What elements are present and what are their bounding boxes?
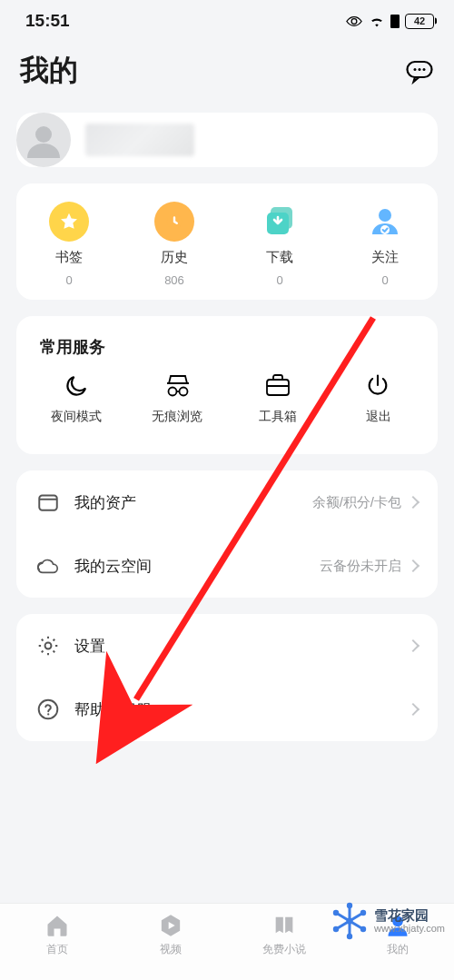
- snowflake-icon: [331, 902, 369, 940]
- wallet-icon: [36, 490, 60, 514]
- follow-count: 0: [381, 273, 388, 287]
- history-button[interactable]: 历史 806: [122, 202, 227, 287]
- services-title: 常用服务: [22, 332, 432, 372]
- tab-mine-label: 我的: [387, 942, 409, 957]
- profile-name: [85, 124, 194, 156]
- svg-point-25: [333, 910, 339, 916]
- help-label: 帮助与客服: [74, 699, 152, 720]
- svg-rect-14: [39, 495, 57, 510]
- svg-point-15: [45, 643, 52, 649]
- page-title: 我的: [20, 51, 78, 91]
- briefcase-icon: [264, 372, 291, 400]
- download-icon: [260, 202, 300, 242]
- power-icon: [365, 372, 392, 400]
- svg-point-17: [47, 713, 49, 715]
- watermark-title: 雪花家园: [374, 908, 445, 924]
- my-cloud-row[interactable]: 我的云空间 云备份未开启: [16, 534, 438, 598]
- svg-point-23: [347, 903, 352, 908]
- svg-point-4: [423, 68, 426, 71]
- account-card: 我的资产 余额/积分/卡包 我的云空间 云备份未开启: [16, 470, 438, 598]
- star-icon: [49, 202, 89, 242]
- status-bar: 15:51 42: [0, 0, 454, 42]
- status-time: 15:51: [25, 11, 70, 31]
- question-icon: [36, 698, 60, 721]
- svg-point-28: [360, 910, 366, 916]
- battery-level: 42: [414, 15, 425, 26]
- battery-icon: 42: [405, 14, 434, 29]
- svg-rect-0: [390, 15, 400, 28]
- svg-point-12: [179, 388, 187, 396]
- toolbox-button[interactable]: 工具箱: [227, 372, 328, 425]
- tab-novel-label: 免费小说: [262, 942, 306, 957]
- chevron-right-icon: [407, 559, 419, 572]
- history-count: 806: [164, 273, 184, 287]
- my-cloud-label: 我的云空间: [74, 556, 152, 577]
- night-mode-button[interactable]: 夜间模式: [25, 372, 126, 425]
- svg-point-29: [346, 917, 352, 924]
- night-mode-label: 夜间模式: [51, 409, 102, 425]
- messages-icon[interactable]: [405, 56, 434, 85]
- tab-novel[interactable]: 免费小说: [227, 913, 340, 957]
- my-assets-row[interactable]: 我的资产 余额/积分/卡包: [16, 470, 438, 534]
- svg-rect-13: [267, 380, 289, 395]
- home-icon: [44, 913, 70, 938]
- incognito-button[interactable]: 无痕浏览: [126, 372, 227, 425]
- follow-label: 关注: [371, 249, 399, 266]
- avatar: [16, 113, 71, 167]
- svg-point-3: [419, 68, 421, 71]
- services-card: 常用服务 夜间模式 无痕浏览: [16, 316, 438, 454]
- watermark-url: www.xhjaty.com: [374, 923, 445, 934]
- bookmark-label: 书签: [55, 249, 83, 266]
- incognito-icon: [163, 372, 191, 400]
- exit-button[interactable]: 退出: [328, 372, 429, 425]
- history-label: 历史: [161, 249, 188, 266]
- wifi-icon: [369, 15, 385, 27]
- person-icon: [365, 202, 405, 242]
- book-icon: [271, 913, 297, 938]
- download-button[interactable]: 下载 0: [227, 202, 332, 287]
- tab-video[interactable]: 视频: [114, 913, 227, 957]
- page-header: 我的: [0, 42, 454, 107]
- watermark: 雪花家园 www.xhjaty.com: [327, 898, 449, 944]
- cloud-icon: [36, 554, 60, 578]
- my-assets-label: 我的资产: [74, 492, 136, 513]
- svg-point-24: [347, 934, 352, 939]
- incognito-label: 无痕浏览: [152, 409, 202, 425]
- help-row[interactable]: 帮助与客服: [16, 678, 438, 741]
- eye-icon: [345, 15, 363, 27]
- download-count: 0: [276, 273, 282, 287]
- svg-point-9: [379, 209, 391, 222]
- chevron-right-icon: [407, 639, 419, 652]
- download-label: 下载: [266, 249, 293, 266]
- profile-card[interactable]: [16, 113, 438, 167]
- settings-card: 设置 帮助与客服: [16, 614, 438, 741]
- clock-icon: [154, 202, 194, 242]
- svg-point-16: [39, 700, 58, 719]
- bookmark-count: 0: [65, 273, 72, 287]
- svg-point-27: [333, 926, 339, 932]
- tab-video-label: 视频: [160, 942, 182, 957]
- gear-icon: [36, 634, 60, 658]
- my-cloud-tail: 云备份未开启: [320, 558, 401, 575]
- bookmark-button[interactable]: 书签 0: [16, 202, 122, 287]
- settings-label: 设置: [74, 636, 105, 657]
- chevron-right-icon: [407, 496, 419, 509]
- follow-button[interactable]: 关注 0: [332, 202, 438, 287]
- settings-row[interactable]: 设置: [16, 614, 438, 678]
- my-assets-tail: 余额/积分/卡包: [312, 494, 401, 511]
- svg-point-26: [360, 926, 366, 932]
- tab-home-label: 首页: [46, 942, 68, 957]
- sim-icon: [390, 15, 400, 28]
- moon-icon: [63, 372, 90, 400]
- svg-point-11: [168, 388, 176, 396]
- exit-label: 退出: [366, 409, 391, 425]
- tab-home[interactable]: 首页: [0, 913, 114, 957]
- quick-actions-card: 书签 0 历史 806 下载 0: [16, 183, 438, 300]
- svg-point-5: [35, 126, 52, 143]
- toolbox-label: 工具箱: [259, 409, 297, 425]
- status-indicators: 42: [345, 14, 434, 29]
- chevron-right-icon: [407, 703, 419, 716]
- svg-point-2: [414, 68, 417, 71]
- video-icon: [158, 913, 183, 938]
